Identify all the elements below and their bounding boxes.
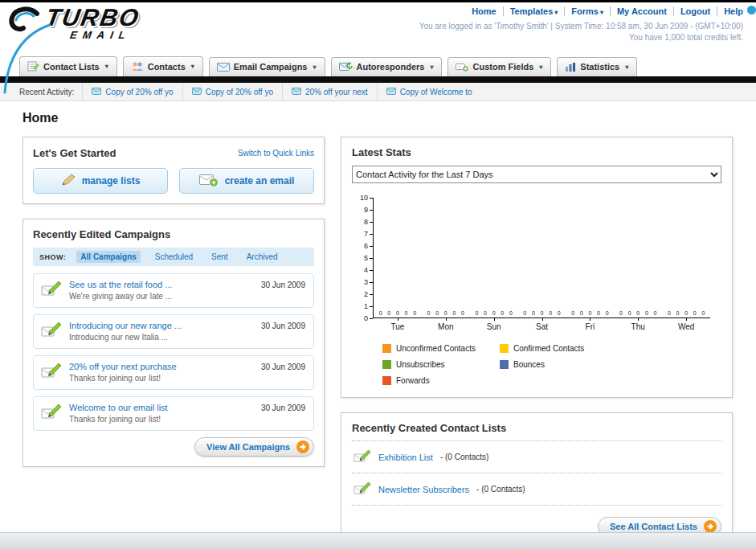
contact-list-link[interactable]: Newsletter Subscribers xyxy=(378,485,469,494)
nav-tab-label: Email Campaigns xyxy=(234,62,308,72)
chevron-down-icon: ▾ xyxy=(600,9,603,16)
chevron-down-icon: ▾ xyxy=(625,64,628,71)
tab-archived[interactable]: Archived xyxy=(243,251,282,263)
envelope-icon xyxy=(386,88,396,96)
turbo-email-logo[interactable]: TURBO EMAIL xyxy=(6,6,139,40)
campaign-title-link[interactable]: 20% off your next purchase xyxy=(69,362,177,371)
right-column: Latest Stats Contact Activity for the La… xyxy=(341,137,733,534)
show-label: SHOW: xyxy=(39,253,66,261)
legend-swatch-icon xyxy=(382,344,391,353)
chart-x-label: Fri xyxy=(566,318,614,331)
chart-y-tick-label: 6 xyxy=(364,242,373,250)
recent-activity-item[interactable]: 20% off your next xyxy=(282,83,377,100)
chart-y-tick-label: 4 xyxy=(364,266,373,274)
top-link-logout[interactable]: Logout xyxy=(673,6,710,16)
contact-lists-rows: Exhibition List - (0 Contacts) Newslette… xyxy=(352,440,721,506)
contact-list-link[interactable]: Exhibition List xyxy=(378,453,433,462)
envelope-icon xyxy=(292,88,301,96)
manage-lists-button[interactable]: manage lists xyxy=(33,168,168,194)
manage-lists-label: manage lists xyxy=(82,175,141,186)
legend-label: Unsubscribes xyxy=(396,360,445,369)
left-column: Let's Get Started Switch to Quick Links … xyxy=(22,137,325,467)
nav-tab-contact-lists[interactable]: Contact Lists ▾ xyxy=(19,56,117,76)
legend-swatch-icon xyxy=(500,360,509,369)
campaign-title-link[interactable]: See us at the retail food ... xyxy=(69,280,172,289)
envelope-icon xyxy=(92,88,101,96)
get-started-title: Let's Get Started xyxy=(33,147,116,159)
campaign-title-link[interactable]: Welcome to our email list xyxy=(69,403,168,412)
create-an-email-button[interactable]: create an email xyxy=(179,168,314,194)
chart-x-label: Thu xyxy=(614,318,662,331)
top-links: HomeTemplates▾Forms▾My AccountLogoutHelp xyxy=(419,6,743,16)
chevron-down-icon: ▾ xyxy=(554,9,558,16)
top-link-my-account[interactable]: My Account xyxy=(610,6,667,16)
envelope-pencil-icon xyxy=(41,362,62,383)
top-link-help[interactable]: Help xyxy=(717,6,743,16)
nav-tab-email-campaigns[interactable]: Email Campaigns ▾ xyxy=(209,57,325,76)
page-footer xyxy=(0,532,756,549)
legend-item: Unconfirmed Contacts xyxy=(382,344,500,353)
chart-y-tick-label: 10 xyxy=(360,194,373,202)
switch-to-quick-links[interactable]: Switch to Quick Links xyxy=(238,149,314,158)
legend-label: Unconfirmed Contacts xyxy=(396,344,476,353)
nav-tab-statistics[interactable]: Statistics ▾ xyxy=(557,57,637,76)
nav-divider-bar xyxy=(0,76,756,83)
chart-value-group: 00000 xyxy=(566,310,614,316)
help-indicator-icon[interactable] xyxy=(747,6,756,14)
recent-activity-item[interactable]: Copy of Welcome to xyxy=(377,83,481,100)
top-link-home[interactable]: Home xyxy=(472,6,497,16)
chart-y-axis: 109876543210 xyxy=(352,198,373,318)
tab-scheduled[interactable]: Scheduled xyxy=(151,251,197,263)
nav-tab-contacts[interactable]: Contacts ▾ xyxy=(123,56,203,76)
statistics-icon xyxy=(565,62,576,72)
campaigns-panel-title: Recently Edited Campaigns xyxy=(33,228,314,240)
create-an-email-label: create an email xyxy=(225,175,295,186)
pencil-icon xyxy=(61,174,76,188)
chart-y-tick-label: 7 xyxy=(364,230,373,238)
arrow-right-icon xyxy=(296,440,309,453)
recently-created-contact-lists-panel: Recently Created Contact Lists Exhibitio… xyxy=(341,412,733,534)
chart-value-group: 00000 xyxy=(422,310,470,316)
top-link-forms[interactable]: Forms▾ xyxy=(564,6,603,16)
contact-list-row: Exhibition List - (0 Contacts) xyxy=(352,440,721,473)
chart-x-label: Tue xyxy=(374,318,422,331)
legend-label: Forwards xyxy=(396,376,430,385)
recent-activity-item-label: 20% off your next xyxy=(305,88,368,96)
envelope-pencil-icon xyxy=(41,280,62,301)
see-all-contact-lists-button[interactable]: See All Contact Lists xyxy=(598,517,721,534)
contact-lists-title: Recently Created Contact Lists xyxy=(352,422,721,434)
login-info: You are logged in as 'Timothy Smith' | S… xyxy=(419,22,743,31)
campaign-date: 30 Jun 2009 xyxy=(261,322,305,330)
top-link-label: Help xyxy=(724,6,743,16)
chart-legend: Unconfirmed ContactsConfirmed ContactsUn… xyxy=(382,344,721,385)
nav-tab-custom-fields[interactable]: Custom Fields ▾ xyxy=(447,57,551,76)
view-all-campaigns-button[interactable]: View All Campaigns xyxy=(194,437,314,457)
chart-y-tick-label: 9 xyxy=(364,206,373,214)
top-link-templates[interactable]: Templates▾ xyxy=(503,6,558,16)
legend-item: Unsubscribes xyxy=(382,360,500,369)
chart-x-label: Wed xyxy=(662,318,710,331)
header: TURBO EMAIL HomeTemplates▾Forms▾My Accou… xyxy=(0,2,756,52)
campaign-row: See us at the retail food ... We're givi… xyxy=(33,273,314,308)
chart-values-row: 00000000000000000000000000000000000 xyxy=(374,310,710,316)
campaign-title-link[interactable]: Introducing our new range ... xyxy=(69,321,182,330)
tab-sent[interactable]: Sent xyxy=(207,251,232,263)
recent-activity-bar: Recent Activity: Copy of 20% off yo Copy… xyxy=(0,83,756,101)
logo-text: TURBO EMAIL xyxy=(42,6,141,40)
see-all-contact-lists-label: See All Contact Lists xyxy=(610,522,697,531)
header-right: HomeTemplates▾Forms▾My AccountLogoutHelp… xyxy=(419,6,743,42)
recently-edited-campaigns-panel: Recently Edited Campaigns SHOW: All Camp… xyxy=(22,219,325,467)
tab-all-campaigns[interactable]: All Campaigns xyxy=(76,251,140,263)
chart-value-group: 00000 xyxy=(374,310,422,316)
campaign-subtitle: Thanks for joining our list! xyxy=(69,415,168,424)
chart-value-group: 00000 xyxy=(470,310,518,316)
logo-line2: EMAIL xyxy=(69,30,137,40)
recent-activity-item[interactable]: Copy of 20% off yo xyxy=(82,83,182,100)
nav-tab-autoresponders[interactable]: Autoresponders ▾ xyxy=(331,57,443,76)
chart-x-label: Sat xyxy=(518,318,566,331)
campaign-subtitle: Introducing our new Italia ... xyxy=(69,333,182,342)
stats-period-select[interactable]: Contact Activity for the Last 7 Days xyxy=(352,166,721,183)
recent-activity-item-label: Copy of Welcome to xyxy=(400,88,472,96)
campaign-date: 30 Jun 2009 xyxy=(261,404,305,412)
recent-activity-item[interactable]: Copy of 20% off yo xyxy=(182,83,282,100)
